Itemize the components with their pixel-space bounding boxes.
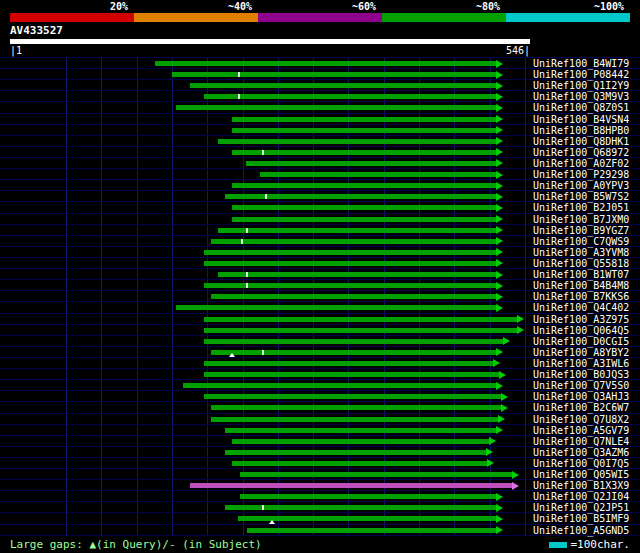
hit-label-link[interactable]: UniRef100_B4VSN4	[533, 114, 629, 125]
hit-label-link[interactable]: UniRef100_Q55818	[533, 258, 629, 269]
hit-label-link[interactable]: UniRef100_D0CGI5	[533, 336, 629, 347]
hit-label-link[interactable]: UniRef100_A3IWL6	[533, 358, 629, 369]
hit-alignment-bar[interactable]	[204, 94, 496, 99]
hit-alignment-bar[interactable]	[172, 72, 496, 77]
hit-label-link[interactable]: UniRef100_Q05WI5	[533, 469, 629, 480]
query-gap-triangle-icon	[269, 520, 275, 524]
subject-gap-tick-icon	[246, 283, 248, 288]
hit-label-link[interactable]: UniRef100_B4B4M8	[533, 280, 629, 291]
hit-label-link[interactable]: UniRef100_A5GV79	[533, 425, 629, 436]
hit-label-link[interactable]: UniRef100_Q3AHJ3	[533, 391, 629, 402]
hit-alignment-bar[interactable]	[218, 272, 496, 277]
hit-bar-arrowhead-icon	[496, 193, 503, 201]
hit-label-link[interactable]: UniRef100_A0YPV3	[533, 180, 629, 191]
hit-alignment-bar[interactable]	[232, 217, 496, 222]
hit-row: UniRef100_Q3AZM6	[0, 447, 640, 458]
hit-alignment-bar[interactable]	[225, 505, 496, 510]
hit-label-link[interactable]: UniRef100_B2J051	[533, 202, 629, 213]
hit-label-link[interactable]: UniRef100_Q3AZM6	[533, 447, 629, 458]
hit-label-link[interactable]: UniRef100_B8HPB0	[533, 125, 629, 136]
hit-alignment-bar[interactable]	[204, 339, 503, 344]
hit-alignment-bar[interactable]	[232, 150, 496, 155]
scale-legend: =100char.	[549, 538, 630, 551]
hit-alignment-bar[interactable]	[190, 483, 512, 488]
hit-alignment-bar[interactable]	[225, 428, 496, 433]
hit-label-link[interactable]: UniRef100_A3Z975	[533, 314, 629, 325]
hit-alignment-bar[interactable]	[176, 105, 496, 110]
hit-label-link[interactable]: UniRef100_B1WT07	[533, 269, 629, 280]
hit-alignment-bar[interactable]	[232, 183, 496, 188]
hit-alignment-bar[interactable]	[190, 83, 496, 88]
hit-label-link[interactable]: UniRef100_B7KKS6	[533, 291, 629, 302]
hit-label-link[interactable]: UniRef100_A8YBY2	[533, 347, 629, 358]
hit-label-link[interactable]: UniRef100_A3YVM8	[533, 247, 629, 258]
hit-row: UniRef100_A0ZF02	[0, 158, 640, 169]
hit-row: UniRef100_B0JQS3	[0, 369, 640, 380]
hit-label-link[interactable]: UniRef100_B1X3X9	[533, 480, 629, 491]
hit-alignment-bar[interactable]	[211, 405, 501, 410]
hit-alignment-bar[interactable]	[232, 461, 487, 466]
hit-alignment-bar[interactable]	[218, 139, 496, 144]
hit-label-link[interactable]: UniRef100_Q7NLE4	[533, 436, 629, 447]
hit-alignment-bar[interactable]	[260, 172, 496, 177]
hit-alignment-bar[interactable]	[211, 239, 496, 244]
hit-bar-arrowhead-icon	[496, 82, 503, 90]
hit-alignment-bar[interactable]	[232, 205, 496, 210]
subject-gap-tick-icon	[265, 194, 267, 199]
hit-label-link[interactable]: UniRef100_A0ZF02	[533, 158, 629, 169]
hit-label-link[interactable]: UniRef100_Q8Z0S1	[533, 102, 629, 113]
hit-row: UniRef100_D0CGI5	[0, 336, 640, 347]
hit-alignment-bar[interactable]	[225, 450, 486, 455]
hit-row: UniRef100_A5GV79	[0, 425, 640, 436]
hit-alignment-bar[interactable]	[204, 250, 496, 255]
hit-label-link[interactable]: UniRef100_B9YGZ7	[533, 225, 629, 236]
hit-alignment-bar[interactable]	[155, 61, 496, 66]
hit-row: UniRef100_Q064Q5	[0, 325, 640, 336]
hit-label-link[interactable]: UniRef100_Q2JP51	[533, 502, 629, 513]
hit-alignment-bar[interactable]	[204, 394, 501, 399]
hit-label-link[interactable]: UniRef100_Q4C402	[533, 302, 629, 313]
hit-alignment-bar[interactable]	[232, 117, 496, 122]
hit-label-link[interactable]: UniRef100_A5GND5	[533, 525, 629, 536]
hit-label-link[interactable]: UniRef100_Q1I2Y9	[533, 80, 629, 91]
hit-alignment-bar[interactable]	[183, 383, 496, 388]
hit-label-link[interactable]: UniRef100_P29298	[533, 169, 629, 180]
hit-label-link[interactable]: UniRef100_B5IMF9	[533, 513, 629, 524]
hit-alignment-bar[interactable]	[232, 128, 496, 133]
hit-alignment-bar[interactable]	[204, 317, 517, 322]
hit-alignment-bar[interactable]	[247, 528, 496, 533]
hit-label-link[interactable]: UniRef100_B5W7S2	[533, 191, 629, 202]
hit-alignment-bar[interactable]	[240, 494, 496, 499]
hit-alignment-bar[interactable]	[211, 294, 496, 299]
hit-label-link[interactable]: UniRef100_Q2JI04	[533, 491, 629, 502]
hit-label-link[interactable]: UniRef100_Q8DHK1	[533, 136, 629, 147]
hit-label-link[interactable]: UniRef100_Q7U8X2	[533, 414, 629, 425]
subject-gap-tick-icon	[238, 72, 240, 77]
hit-alignment-bar[interactable]	[211, 417, 498, 422]
hit-label-link[interactable]: UniRef100_P08442	[533, 69, 629, 80]
hit-alignment-bar[interactable]	[204, 261, 496, 266]
hit-label-link[interactable]: UniRef100_B2C6W7	[533, 402, 629, 413]
hit-label-link[interactable]: UniRef100_Q68972	[533, 147, 629, 158]
hit-alignment-bar[interactable]	[218, 228, 496, 233]
hit-alignment-bar[interactable]	[238, 516, 496, 521]
hit-label-link[interactable]: UniRef100_B7JXM0	[533, 214, 629, 225]
scale-segment-label: ~80%	[476, 1, 500, 12]
hit-alignment-bar[interactable]	[204, 328, 517, 333]
hit-alignment-bar[interactable]	[246, 161, 496, 166]
hit-alignment-bar[interactable]	[176, 305, 496, 310]
hit-alignment-bar[interactable]	[232, 439, 489, 444]
hit-label-link[interactable]: UniRef100_Q3M9V3	[533, 91, 629, 102]
hit-label-link[interactable]: UniRef100_B4WI79	[533, 58, 629, 69]
hit-label-link[interactable]: UniRef100_Q7V5S0	[533, 380, 629, 391]
hit-alignment-bar[interactable]	[211, 350, 496, 355]
hit-label-link[interactable]: UniRef100_Q064Q5	[533, 325, 629, 336]
hit-alignment-bar[interactable]	[204, 361, 493, 366]
hit-alignment-bar[interactable]	[240, 472, 512, 477]
hit-label-link[interactable]: UniRef100_Q0I7Q5	[533, 458, 629, 469]
subject-gap-tick-icon	[262, 505, 264, 510]
hit-bar-arrowhead-icon	[496, 382, 503, 390]
hit-alignment-bar[interactable]	[204, 372, 499, 377]
hit-label-link[interactable]: UniRef100_B0JQS3	[533, 369, 629, 380]
hit-label-link[interactable]: UniRef100_C7QWS9	[533, 236, 629, 247]
